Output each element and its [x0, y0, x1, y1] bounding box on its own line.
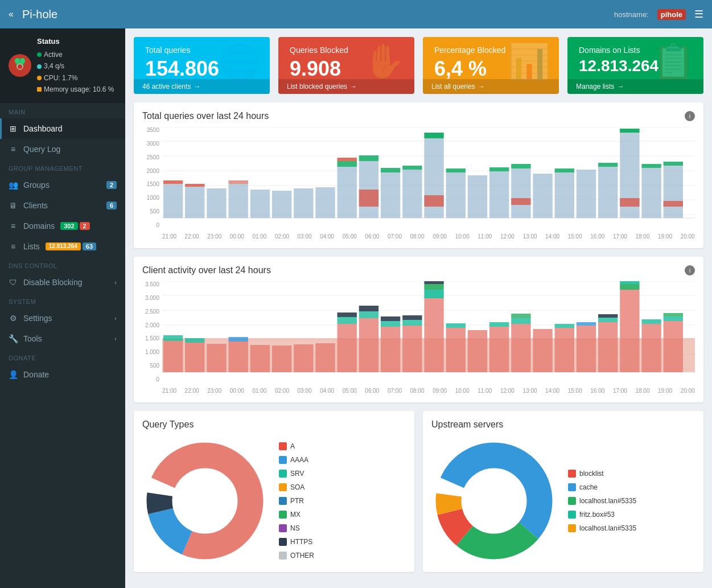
- main-content: Total queries 154.806 🌐 46 active client…: [125, 28, 712, 588]
- shield-icon: 🛡: [9, 278, 18, 287]
- svg-rect-16: [185, 184, 204, 187]
- svg-rect-94: [446, 328, 466, 372]
- svg-rect-95: [446, 323, 466, 328]
- sidebar-item-domains[interactable]: ≡ Domains 302 2: [0, 216, 125, 236]
- svg-rect-49: [598, 167, 618, 218]
- sidebar-item-dashboard[interactable]: ⊞ Dashboard: [0, 118, 125, 139]
- svg-rect-50: [598, 163, 618, 167]
- svg-rect-73: [229, 337, 248, 342]
- query-types-legend: A AAAA SRV SOA PTR MX NS HTTPS OTHER: [279, 439, 314, 562]
- svg-rect-76: [294, 344, 313, 372]
- svg-rect-86: [381, 316, 400, 321]
- brand-logo: Pi-Pi-holehole: [22, 8, 57, 21]
- svg-rect-30: [381, 172, 400, 218]
- client-activity-y-axis: 3.5003.0002.5002.0001.5001.0005000: [142, 281, 162, 394]
- stat-cards-container: Total queries 154.806 🌐 46 active client…: [134, 37, 703, 94]
- svg-rect-114: [641, 319, 661, 324]
- svg-rect-80: [338, 312, 357, 317]
- sidebar-item-groups[interactable]: 👥 Groups 2: [0, 175, 125, 195]
- sidebar-item-clients[interactable]: 🖥 Clients 6: [0, 195, 125, 216]
- stat-card-domains-on-lists: Domains on Lists 12.813.264 📋 Manage lis…: [567, 37, 703, 94]
- upstream-servers-legend: blocklist cache localhost.lan#5335 fritz…: [568, 467, 636, 535]
- svg-rect-74: [250, 345, 270, 372]
- sidebar-item-settings[interactable]: ⚙ Settings ‹: [0, 308, 125, 328]
- pihole-logo-icon: [9, 54, 31, 77]
- svg-rect-87: [402, 326, 422, 372]
- client-activity-chart-title: Client activity over last 24 hours: [142, 265, 271, 276]
- globe-icon: 🌐: [219, 41, 261, 81]
- svg-rect-45: [533, 174, 552, 218]
- percentage-blocked-footer[interactable]: List all queries →: [423, 79, 559, 94]
- svg-rect-69: [185, 343, 204, 372]
- section-label-dns-control: DNS CONTROL: [0, 257, 125, 272]
- top-navigation: « Pi-Pi-holehole hostname: pihole ☰: [0, 0, 712, 28]
- query-types-donut: [142, 438, 267, 564]
- svg-rect-38: [446, 168, 466, 172]
- chevron-icon: ‹: [114, 315, 117, 322]
- svg-rect-46: [555, 172, 574, 218]
- status-title: Status: [37, 35, 114, 48]
- svg-rect-84: [381, 327, 400, 372]
- svg-rect-15: [185, 187, 204, 218]
- sidebar-item-label: Donate: [23, 370, 49, 379]
- svg-rect-92: [424, 284, 443, 290]
- sidebar-item-query-log[interactable]: ≡ Query Log: [0, 139, 125, 159]
- svg-point-3: [20, 58, 25, 64]
- svg-rect-117: [664, 313, 683, 316]
- sidebar-item-lists[interactable]: ≡ Lists 12.813.264 63: [0, 236, 125, 257]
- svg-rect-35: [424, 133, 443, 138]
- sidebar-item-disable-blocking[interactable]: 🛡 Disable Blocking ‹: [0, 272, 125, 293]
- clients-icon: 🖥: [9, 201, 18, 210]
- domains-badge-extra: 2: [80, 222, 90, 230]
- stat-card-percentage-blocked: Percentage Blocked 6,4 % 📊 List all quer…: [423, 37, 559, 94]
- svg-rect-79: [338, 317, 357, 324]
- svg-rect-90: [424, 298, 443, 372]
- total-queries-info-icon[interactable]: i: [685, 111, 695, 121]
- svg-rect-37: [446, 172, 466, 218]
- domains-on-lists-footer[interactable]: Manage lists →: [567, 79, 703, 94]
- sidebar-item-donate[interactable]: 👤 Donate: [0, 364, 125, 385]
- total-queries-footer[interactable]: 46 active clients →: [134, 79, 270, 94]
- queries-blocked-footer[interactable]: List blocked queries →: [278, 79, 414, 94]
- groups-icon: 👥: [9, 180, 18, 190]
- svg-rect-107: [598, 322, 618, 372]
- total-queries-chart: [162, 127, 695, 229]
- svg-rect-29: [359, 190, 378, 207]
- svg-rect-99: [511, 324, 530, 372]
- upstream-servers-title: Upstream servers: [431, 420, 695, 430]
- groups-badge: 2: [106, 181, 117, 189]
- sidebar-item-label: Query Log: [23, 145, 60, 154]
- stat-card-queries-blocked: Queries Blocked 9.908 ✋ List blocked que…: [278, 37, 414, 94]
- svg-rect-105: [577, 326, 596, 372]
- hostname-label: hostname:: [614, 10, 649, 19]
- client-activity-chart: [162, 281, 695, 384]
- svg-rect-55: [641, 164, 661, 168]
- svg-rect-85: [381, 321, 400, 327]
- status-cpu: CPU: 1.7%: [37, 72, 114, 84]
- sidebar-item-label: Settings: [23, 314, 52, 323]
- upstream-servers-donut: [431, 438, 557, 564]
- svg-rect-103: [555, 328, 574, 372]
- client-activity-info-icon[interactable]: i: [685, 265, 695, 276]
- sidebar-item-tools[interactable]: 🔧 Tools ‹: [0, 328, 125, 349]
- svg-rect-68: [163, 335, 183, 341]
- sidebar-item-label: Groups: [23, 180, 50, 190]
- query-types-panel: Query Types A: [134, 411, 414, 572]
- svg-rect-21: [272, 191, 291, 218]
- svg-rect-25: [338, 161, 357, 167]
- svg-rect-67: [163, 341, 183, 372]
- upstream-servers-panel: Upstream servers: [423, 411, 703, 572]
- svg-rect-20: [250, 190, 270, 218]
- sidebar-item-label: Dashboard: [23, 124, 63, 133]
- lists-badge-extra: 63: [83, 242, 96, 250]
- svg-rect-111: [620, 284, 639, 290]
- client-activity-chart-panel: Client activity over last 24 hours i 3.5…: [134, 257, 703, 402]
- sidebar-item-label: Clients: [23, 201, 48, 210]
- svg-rect-40: [489, 171, 509, 218]
- svg-rect-89: [402, 315, 422, 320]
- svg-rect-58: [664, 201, 683, 207]
- hamburger-menu-icon[interactable]: ☰: [694, 8, 703, 20]
- svg-rect-44: [511, 198, 530, 205]
- sidebar-collapse-button[interactable]: «: [9, 9, 14, 19]
- svg-point-4: [17, 64, 23, 69]
